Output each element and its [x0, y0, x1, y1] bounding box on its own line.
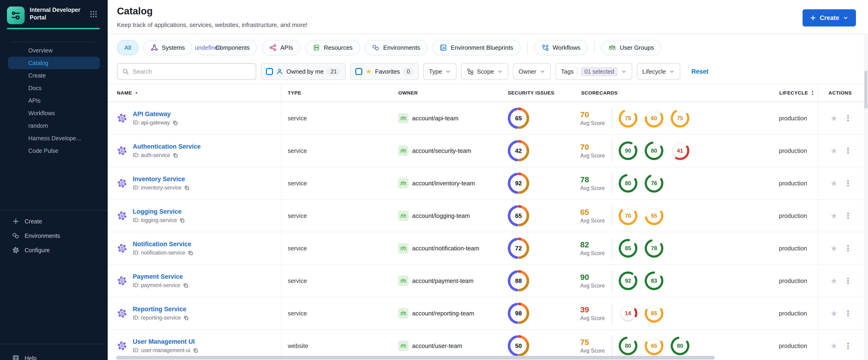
portal-logo-icon[interactable]	[7, 6, 25, 24]
scope-filter-dropdown[interactable]: Scope	[461, 63, 508, 80]
table-row[interactable]: API GatewayID: api-gatewayserviceaccount…	[108, 102, 868, 135]
tab-workflows[interactable]: Workflows	[534, 40, 588, 55]
table-row[interactable]: Reporting ServiceID: reporting-servicese…	[108, 297, 868, 330]
owned-by-me-checkbox[interactable]	[266, 68, 273, 75]
entity-name-link[interactable]: Reporting Service	[133, 306, 189, 313]
entity-name-link[interactable]: Inventory Service	[133, 176, 189, 183]
security-issues-donut: 42	[508, 140, 529, 161]
search-input[interactable]	[117, 63, 256, 80]
kebab-menu-icon[interactable]	[845, 212, 851, 219]
kebab-menu-icon[interactable]	[845, 277, 851, 284]
reset-filters-link[interactable]: Reset	[691, 68, 709, 75]
favorite-star-icon[interactable]: ★	[830, 212, 837, 220]
app-switcher-grid-icon[interactable]	[90, 10, 97, 20]
copy-icon[interactable]	[193, 348, 198, 353]
sidebar-item-catalog[interactable]: Catalog	[8, 57, 100, 69]
sidebar-item-configure[interactable]: Configure	[0, 243, 108, 257]
owned-by-me-label: Owned by me	[286, 68, 323, 75]
create-button[interactable]: Create	[803, 9, 856, 27]
column-header-owner[interactable]: OWNER	[392, 90, 501, 96]
table-row[interactable]: User Management UIID: user-management-ui…	[108, 330, 868, 360]
entity-name-link[interactable]: API Gateway	[133, 111, 178, 118]
favorites-count: 0	[403, 67, 413, 76]
sidebar-item-label: Configure	[25, 247, 50, 253]
owner-group-icon	[398, 146, 408, 156]
copy-icon[interactable]	[188, 250, 193, 256]
entity-name-link[interactable]: User Management UI	[133, 338, 198, 346]
entity-name-link[interactable]: Payment Service	[133, 273, 188, 280]
copy-icon[interactable]	[183, 283, 188, 288]
entity-name-link[interactable]: Notification Service	[133, 241, 193, 248]
copy-icon[interactable]	[184, 185, 189, 190]
entity-name-link[interactable]: Authentication Service	[133, 143, 201, 150]
sidebar-item-apis[interactable]: APIs	[8, 94, 100, 107]
sidebar-item-create[interactable]: Create	[8, 69, 100, 82]
table-row[interactable]: Logging ServiceID: logging-serviceservic…	[108, 200, 868, 232]
copy-icon[interactable]	[180, 218, 185, 223]
sidebar-item-create[interactable]: Create	[0, 214, 108, 229]
sidebar-item-code-pulse[interactable]: Code Pulse	[8, 145, 100, 157]
tab-all[interactable]: All	[117, 40, 138, 55]
table-row[interactable]: Authentication ServiceID: auth-servicese…	[108, 135, 868, 167]
horizontal-scrollbar[interactable]	[116, 356, 715, 360]
vertical-scrollbar[interactable]	[864, 34, 868, 360]
copy-icon[interactable]	[173, 153, 178, 158]
table-row[interactable]: Notification ServiceID: notification-ser…	[108, 232, 868, 265]
security-issues-donut: 65	[508, 205, 529, 227]
favorite-star-icon[interactable]: ★	[830, 244, 837, 252]
favorites-filter[interactable]: ★ Favorites 0	[350, 63, 419, 80]
sidebar-item-overview[interactable]: Overview	[8, 44, 100, 57]
kebab-menu-icon[interactable]	[845, 309, 851, 317]
sidebar-item-random[interactable]: random	[8, 119, 100, 132]
sidebar-item-label: Catalog	[28, 60, 48, 66]
kebab-menu-icon[interactable]	[845, 342, 851, 350]
copy-icon[interactable]	[173, 120, 178, 125]
favorite-star-icon[interactable]: ★	[830, 179, 837, 187]
tab-environment-blueprints[interactable]: AEnvironment Blueprints	[432, 40, 521, 55]
table-row[interactable]: Payment ServiceID: payment-serviceservic…	[108, 265, 868, 297]
tab-user-groups[interactable]: User Groups	[601, 40, 661, 55]
owner-filter-dropdown[interactable]: Owner	[513, 63, 551, 80]
sort-both-icon[interactable]	[810, 90, 815, 96]
column-header-name[interactable]: NAME	[108, 84, 281, 102]
sidebar-item-environments[interactable]: Environments	[0, 229, 108, 243]
search-field[interactable]	[133, 68, 251, 75]
sidebar-item-docs[interactable]: Docs	[8, 82, 100, 94]
kebab-menu-icon[interactable]	[845, 245, 851, 252]
column-header-lifecycle[interactable]: LIFECYCLE	[775, 90, 818, 96]
avg-score: 75Avg Score	[580, 338, 611, 354]
entity-name-link[interactable]: Logging Service	[133, 208, 185, 215]
column-header-type[interactable]: TYPE	[281, 90, 392, 96]
kebab-menu-icon[interactable]	[845, 115, 851, 122]
column-header-security-issues[interactable]: SECURITY ISSUES	[501, 90, 576, 96]
kebab-menu-icon[interactable]	[845, 147, 851, 154]
favorites-checkbox[interactable]	[355, 68, 362, 75]
owner-name: account/security-team	[412, 147, 471, 154]
tab-components[interactable]: undefinedComponents	[197, 40, 257, 55]
favorite-star-icon[interactable]: ★	[830, 309, 837, 317]
scorecard-ring: 80	[619, 174, 637, 192]
column-header-scorecards[interactable]: SCORECARDS	[576, 90, 775, 96]
lifecycle-filter-dropdown[interactable]: Lifecycle	[637, 63, 680, 80]
favorite-star-icon[interactable]: ★	[830, 277, 837, 285]
tab-label: Resources	[324, 44, 352, 51]
sort-asc-icon[interactable]	[134, 91, 138, 95]
tab-resources[interactable]: Resources	[305, 40, 360, 55]
tags-filter-dropdown[interactable]: Tags01 selected	[555, 63, 632, 80]
owned-by-me-filter[interactable]: Owned by me 21	[261, 63, 346, 80]
favorite-star-icon[interactable]: ★	[830, 147, 837, 155]
kebab-menu-icon[interactable]	[845, 180, 851, 187]
tab-systems[interactable]: Systems	[143, 40, 192, 55]
tab-apis[interactable]: APIs	[262, 40, 301, 55]
tab-label: Environment Blueprints	[451, 44, 513, 51]
sidebar-item-harness-develope-[interactable]: Harness Develope...	[8, 132, 100, 145]
tab-environments[interactable]: Environments	[365, 40, 428, 55]
sidebar-item-workflows[interactable]: Workflows	[8, 107, 100, 119]
favorite-star-icon[interactable]: ★	[830, 114, 837, 122]
table-row[interactable]: Inventory ServiceID: inventory-servicese…	[108, 167, 868, 200]
favorite-star-icon[interactable]: ★	[830, 342, 837, 350]
copy-icon[interactable]	[184, 316, 189, 321]
type-filter-dropdown[interactable]: Type	[423, 63, 456, 80]
sidebar-item-help[interactable]: ? Help	[12, 354, 36, 360]
person-icon	[276, 68, 283, 75]
